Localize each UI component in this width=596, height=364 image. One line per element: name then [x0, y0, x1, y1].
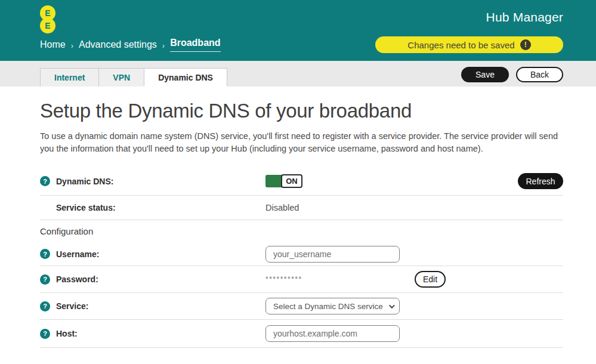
configuration-section-label: Configuration [40, 220, 563, 242]
chevron-down-icon [389, 303, 395, 309]
changes-banner-label: Changes need to be saved [407, 40, 514, 50]
hub-manager-page: E E Hub Manager Home › Advanced settings… [0, 0, 596, 364]
service-status-row: Service status: Disabled [40, 196, 563, 220]
tab-internet[interactable]: Internet [40, 68, 99, 87]
help-icon[interactable]: ? [40, 249, 50, 259]
service-label-col: ? Service: [40, 301, 265, 311]
toggle-state-label: ON [281, 174, 302, 188]
breadcrumb-home[interactable]: Home [40, 39, 66, 50]
username-row: ? Username: [40, 242, 563, 266]
dynamic-dns-label-col: ? Dynamic DNS: [40, 176, 265, 186]
password-label: Password: [56, 274, 98, 284]
main-content: Setup the Dynamic DNS of your broadband … [0, 100, 596, 348]
breadcrumb-separator-icon: › [71, 41, 73, 50]
tab-bar: Internet VPN Dynamic DNS [40, 68, 227, 87]
host-label-col: ? Host: [40, 329, 265, 339]
host-row: ? Host: [40, 320, 563, 348]
help-icon[interactable]: ? [40, 176, 50, 186]
app-title: Hub Manager [486, 10, 563, 24]
dynamic-dns-toggle[interactable]: ON [265, 174, 302, 188]
edit-password-button[interactable]: Edit [415, 271, 446, 288]
ee-logo: E E [40, 5, 55, 33]
password-masked-value: ********** [265, 275, 415, 283]
dynamic-dns-label: Dynamic DNS: [56, 177, 113, 186]
toggle-track [265, 175, 283, 187]
alert-icon: ! [520, 39, 531, 50]
help-icon[interactable]: ? [40, 301, 50, 311]
tab-vpn[interactable]: VPN [98, 68, 144, 87]
service-select-value: Select a Dynamic DNS service [273, 302, 383, 311]
service-status-value: Disabled [265, 203, 299, 212]
breadcrumb-separator-icon: › [162, 41, 165, 50]
service-select[interactable]: Select a Dynamic DNS service [265, 298, 400, 314]
password-row: ? Password: ********** Edit [40, 266, 563, 293]
service-row: ? Service: Select a Dynamic DNS service [40, 293, 563, 320]
username-label-col: ? Username: [40, 249, 265, 259]
changes-banner[interactable]: Changes need to be saved ! [375, 36, 563, 53]
back-button[interactable]: Back [516, 67, 563, 82]
help-icon[interactable]: ? [40, 329, 50, 339]
page-title: Setup the Dynamic DNS of your broadband [40, 100, 563, 122]
username-label: Username: [56, 249, 99, 259]
host-input[interactable] [265, 325, 400, 342]
service-status-label-col: Service status: [40, 203, 265, 212]
service-label: Service: [56, 301, 88, 311]
ee-logo-bottom-circle: E [40, 18, 55, 33]
breadcrumb-broadband-current[interactable]: Broadband [170, 38, 220, 52]
username-input[interactable] [265, 246, 400, 263]
breadcrumb: Home › Advanced settings › Broadband [40, 38, 221, 52]
host-label: Host: [56, 329, 78, 338]
password-label-col: ? Password: [40, 274, 265, 285]
toolbar-actions: Save Back [461, 67, 563, 82]
page-description: To use a dynamic domain name system (DNS… [40, 130, 563, 155]
save-button[interactable]: Save [461, 67, 509, 82]
tab-dynamic-dns[interactable]: Dynamic DNS [144, 68, 227, 87]
toolbar: Internet VPN Dynamic DNS Save Back [0, 61, 596, 87]
breadcrumb-advanced-settings[interactable]: Advanced settings [79, 39, 157, 50]
header: E E Hub Manager Home › Advanced settings… [0, 0, 596, 61]
service-status-label: Service status: [56, 203, 116, 212]
refresh-button[interactable]: Refresh [518, 173, 563, 189]
help-icon[interactable]: ? [40, 274, 50, 285]
settings-rows: ? Dynamic DNS: ON Refresh Service status… [40, 167, 563, 348]
dynamic-dns-row: ? Dynamic DNS: ON Refresh [40, 167, 563, 196]
